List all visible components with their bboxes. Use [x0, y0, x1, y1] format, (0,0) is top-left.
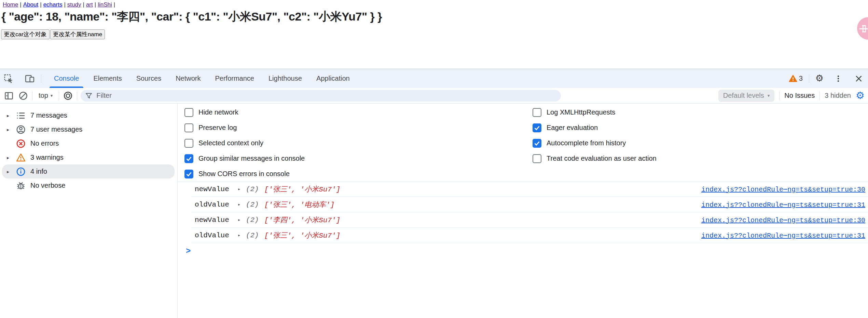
sidebar-item-verbose[interactable]: No verbose: [2, 178, 175, 193]
tab-performance[interactable]: Performance: [208, 69, 262, 88]
nav-separator: |: [83, 1, 84, 8]
disclosure-triangle-icon[interactable]: ▸: [7, 127, 16, 132]
tab-sources[interactable]: Sources: [129, 69, 168, 88]
nav-link-art[interactable]: art: [86, 1, 93, 8]
sidebar-item-user-messages[interactable]: ▸ 7 user messages: [2, 122, 175, 136]
checkbox-hide-network[interactable]: Hide network: [184, 105, 305, 120]
nav-link-linshi[interactable]: linShi: [98, 1, 112, 8]
checkbox-preserve-log[interactable]: Preserve log: [184, 120, 305, 135]
console-settings-gear-icon[interactable]: ⚙: [856, 91, 865, 101]
disclosure-triangle-icon[interactable]: ▸: [7, 155, 16, 160]
chevron-down-icon: ▾: [51, 93, 53, 98]
expand-triangle-icon[interactable]: ▸: [238, 202, 240, 207]
sidebar-item-label: 3 warnings: [30, 154, 64, 161]
checkbox-show-cors-errors[interactable]: Show CORS errors in console: [184, 166, 305, 182]
filter-box[interactable]: [81, 90, 561, 102]
javascript-context-dropdown[interactable]: top ▾: [36, 92, 55, 100]
console-toolbar-right: Default levels ▾ No Issues 3 hidden ⚙: [718, 90, 868, 102]
divider: [819, 91, 820, 100]
log-levels-dropdown[interactable]: Default levels ▾: [718, 90, 775, 102]
source-link[interactable]: index.js??clonedRule⋯ng=ts&setup=true:31: [701, 231, 865, 240]
checkbox-label: Eager evaluation: [547, 124, 598, 132]
nav-link-home[interactable]: Home: [3, 1, 18, 8]
checkbox-group-similar[interactable]: Group similar messages in console: [184, 151, 305, 166]
divider: [59, 91, 59, 100]
checkbox-icon: [184, 154, 193, 163]
checkbox-label: Treat code evaluation as user action: [547, 155, 657, 162]
devtools-settings-gear-icon[interactable]: ⚙: [815, 74, 824, 83]
log-levels-label: Default levels: [723, 92, 764, 100]
console-log-area: newValue ▸ (2) ['张三', '小米Su7'] index.js?…: [178, 182, 868, 256]
checkbox-eager-evaluation[interactable]: Eager evaluation: [533, 120, 657, 135]
translate-fab-button[interactable]: 中: [857, 17, 868, 40]
checkbox-label: Log XMLHttpRequests: [547, 108, 615, 116]
log-label: newValue: [195, 185, 238, 193]
source-link[interactable]: index.js??clonedRule⋯ng=ts&setup=true:31: [701, 200, 865, 209]
filter-funnel-icon: [85, 92, 93, 100]
checkbox-treat-evaluation-user-action[interactable]: Treat code evaluation as user action: [533, 151, 657, 166]
close-devtools-icon[interactable]: [853, 73, 865, 84]
checkbox-autocomplete-history[interactable]: Autocomplete from history: [533, 135, 657, 151]
nav-link-study[interactable]: study: [67, 1, 81, 8]
checkbox-icon: [533, 139, 541, 148]
log-entry: newValue ▸ (2) ['张三', '小米Su7'] index.js?…: [191, 182, 868, 197]
device-toolbar-icon[interactable]: [24, 73, 36, 84]
array-length: (2): [246, 216, 259, 224]
console-prompt[interactable]: >: [186, 243, 868, 256]
checkbox-log-xmlhttprequests[interactable]: Log XMLHttpRequests: [533, 105, 657, 120]
info-icon: [16, 167, 26, 177]
warning-triangle-icon: [789, 74, 797, 83]
expand-triangle-icon[interactable]: ▸: [238, 217, 240, 223]
tab-elements[interactable]: Elements: [86, 69, 129, 88]
tab-application[interactable]: Application: [309, 69, 357, 88]
source-link[interactable]: index.js??clonedRule⋯ng=ts&setup=true:30: [701, 185, 865, 194]
log-entry: newValue ▸ (2) ['李四', '小米Su7'] index.js?…: [191, 212, 868, 228]
sidebar-item-info[interactable]: ▸ 4 info: [2, 164, 175, 178]
sidebar-item-messages[interactable]: ▸ 7 messages: [2, 108, 175, 122]
warnings-badge[interactable]: 3: [789, 74, 803, 83]
console-sidebar: ▸ 7 messages ▸ 7 user messages: [0, 104, 178, 318]
sidebar-item-warnings[interactable]: ▸ 3 warnings: [2, 150, 175, 164]
toggle-console-sidebar-icon[interactable]: [3, 90, 14, 101]
console-toolbar: top ▾ Default levels ▾ No Issues 3 h: [0, 88, 868, 104]
array-preview: ['张三', '小米Su7']: [264, 184, 341, 194]
change-name-property-button[interactable]: 更改某个属性name: [50, 29, 105, 39]
disclosure-triangle-icon[interactable]: ▸: [7, 113, 16, 118]
checkbox-icon: [184, 170, 193, 178]
expand-triangle-icon[interactable]: ▸: [238, 186, 240, 192]
warning-icon: [16, 153, 26, 163]
tab-label: Lighthouse: [268, 75, 302, 82]
source-link[interactable]: index.js??clonedRule⋯ng=ts&setup=true:30: [701, 216, 865, 224]
console-settings-pane: Hide network Preserve log Selected conte…: [178, 104, 868, 182]
expand-triangle-icon[interactable]: ▸: [238, 233, 240, 238]
sidebar-item-errors[interactable]: No errors: [2, 136, 175, 150]
error-icon: [16, 138, 26, 149]
tab-lighthouse[interactable]: Lighthouse: [261, 69, 309, 88]
warning-count: 3: [799, 75, 803, 82]
checkbox-selected-context-only[interactable]: Selected context only: [184, 135, 305, 151]
tab-network[interactable]: Network: [168, 69, 208, 88]
checkbox-label: Autocomplete from history: [547, 139, 626, 147]
checkbox-label: Preserve log: [198, 124, 237, 132]
sidebar-item-label: No errors: [30, 140, 59, 147]
console-main: Hide network Preserve log Selected conte…: [178, 104, 868, 318]
clear-console-icon[interactable]: [18, 90, 29, 101]
disclosure-triangle-icon[interactable]: ▸: [7, 169, 16, 174]
tab-console[interactable]: Console: [47, 69, 86, 88]
bug-icon: [16, 181, 26, 191]
sidebar-item-label: 7 messages: [30, 111, 67, 119]
context-label: top: [39, 92, 48, 100]
nav-link-about[interactable]: About: [23, 1, 38, 8]
filter-input[interactable]: [96, 92, 540, 100]
change-car-object-button[interactable]: 更改car这个对象: [1, 29, 50, 39]
nav-separator: |: [114, 1, 115, 8]
divider: [41, 74, 41, 83]
checkbox-icon: [184, 123, 193, 132]
nav-link-echarts[interactable]: echarts: [43, 1, 63, 8]
create-live-expression-icon[interactable]: [63, 90, 73, 101]
inspect-element-icon[interactable]: [3, 73, 14, 84]
issues-counter[interactable]: No Issues: [784, 92, 815, 100]
nav-separator: |: [64, 1, 65, 8]
more-options-icon[interactable]: [832, 73, 844, 84]
devtools-panel: Console Elements Sources Network Perform…: [0, 69, 868, 318]
